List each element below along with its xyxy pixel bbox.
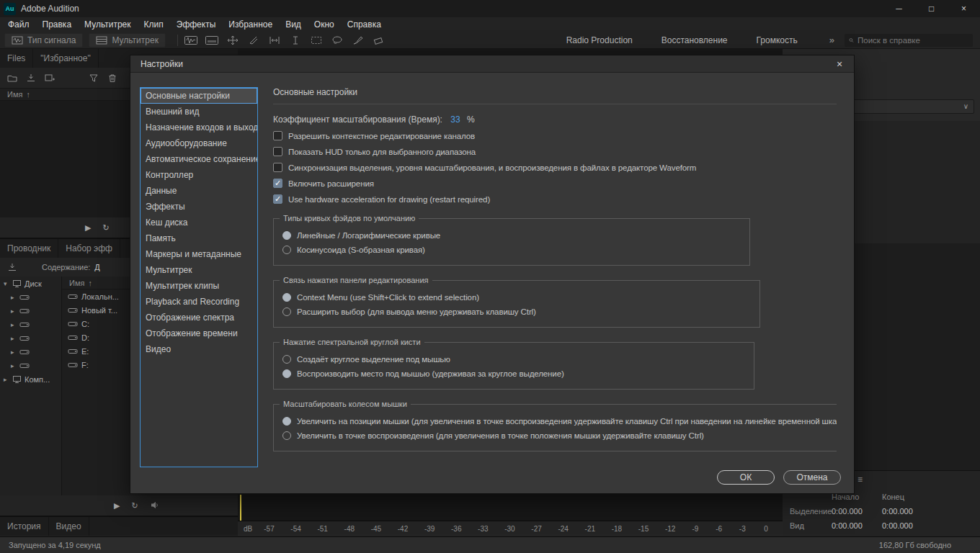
dialog-close-button[interactable]: × xyxy=(825,55,854,73)
collapsed-icon[interactable]: ▸ xyxy=(11,294,17,301)
filter-icon[interactable] xyxy=(89,73,99,82)
paintbrush-selection-tool-icon[interactable] xyxy=(351,35,365,46)
workspace-tab[interactable]: Radio Production xyxy=(552,35,647,45)
preferences-category-item[interactable]: Автоматическое сохранение xyxy=(141,151,257,167)
maximize-button[interactable]: □ xyxy=(915,0,948,17)
radio-option[interactable]: Увеличить на позиции мышки (для увеличен… xyxy=(282,417,833,426)
preferences-category-item[interactable]: Playback and Recording xyxy=(141,294,257,310)
checkbox[interactable] xyxy=(273,194,282,204)
collapsed-icon[interactable]: ▸ xyxy=(11,335,17,342)
preferences-category-item[interactable]: Контроллер xyxy=(141,167,257,183)
workspace-tab[interactable]: Восстановление xyxy=(647,35,742,45)
tree-drive-row[interactable]: ▸ xyxy=(0,318,61,331)
import-file-icon[interactable] xyxy=(7,263,17,271)
play-icon[interactable]: ▶ xyxy=(114,501,120,511)
panel-tab[interactable]: Набор эфф ≡ xyxy=(58,239,120,258)
collapsed-icon[interactable]: ▸ xyxy=(11,307,17,315)
panel-menu-icon[interactable]: ≡ xyxy=(858,475,863,485)
import-file-icon[interactable] xyxy=(26,73,36,82)
cancel-button[interactable]: Отмена xyxy=(783,470,841,485)
tree-drive-row[interactable]: ▸ xyxy=(0,304,61,318)
radio-button[interactable] xyxy=(282,355,291,364)
menu-item[interactable]: Эффекты xyxy=(170,17,223,32)
waveform-view-button[interactable]: Тип сигнала xyxy=(4,33,83,48)
collapsed-icon[interactable]: ▸ xyxy=(11,321,17,328)
loop-icon[interactable]: ↻ xyxy=(131,501,138,511)
menu-item[interactable]: Клип xyxy=(138,17,170,32)
checkbox-row[interactable]: Разрешить контекстное редактирование кан… xyxy=(273,131,837,140)
workspace-overflow-button[interactable]: » xyxy=(829,35,834,45)
menu-item[interactable]: Вид xyxy=(279,17,308,32)
new-container-icon[interactable] xyxy=(45,73,55,82)
time-start-value[interactable]: 0:00.000 xyxy=(832,521,882,530)
waveform-display-icon[interactable] xyxy=(184,35,198,46)
time-selection-tool-icon[interactable] xyxy=(288,35,303,46)
radio-button[interactable] xyxy=(282,417,291,426)
close-button[interactable]: × xyxy=(948,0,980,17)
preferences-category-item[interactable]: Маркеры и метаданные xyxy=(141,246,257,262)
lasso-selection-tool-icon[interactable] xyxy=(330,35,344,46)
help-search-box[interactable] xyxy=(845,34,973,47)
checkbox-row[interactable]: Включить расширения xyxy=(273,179,837,188)
menu-item[interactable]: Окно xyxy=(308,17,341,32)
loop-icon[interactable]: ↻ xyxy=(102,223,109,233)
play-icon[interactable]: ▶ xyxy=(85,223,91,233)
menu-item[interactable]: Мультитрек xyxy=(78,17,137,32)
preferences-category-item[interactable]: Внешний вид xyxy=(141,104,257,120)
collapsed-icon[interactable]: ▸ xyxy=(4,376,9,383)
tree-drive-row[interactable]: ▸ xyxy=(0,290,61,304)
collapsed-icon[interactable]: ▸ xyxy=(11,349,17,356)
tree-drive-row[interactable]: ▸ xyxy=(0,345,61,359)
contents-dropdown[interactable]: Д xyxy=(94,263,99,271)
move-tool-icon[interactable] xyxy=(226,35,240,46)
preferences-category-item[interactable]: Эффекты xyxy=(141,199,257,215)
radio-button[interactable] xyxy=(282,293,291,302)
razor-tool-icon[interactable] xyxy=(246,35,261,46)
spectral-display-icon[interactable] xyxy=(205,35,219,46)
open-folder-icon[interactable] xyxy=(7,73,17,82)
preferences-category-item[interactable]: Видео xyxy=(141,341,257,357)
time-start-value[interactable]: 0:00.000 xyxy=(832,507,882,516)
checkbox-row[interactable]: Показать HUD только для выбранного диапа… xyxy=(273,147,837,156)
ok-button[interactable]: ОК xyxy=(717,470,775,485)
panel-tab[interactable]: Files ≡ xyxy=(0,49,33,68)
preferences-category-item[interactable]: Отображение времени xyxy=(141,325,257,341)
radio-button[interactable] xyxy=(282,246,291,254)
minimize-button[interactable]: ─ xyxy=(883,0,915,17)
radio-option[interactable]: Линейные / Логарифмические кривые xyxy=(282,231,741,240)
trash-icon[interactable] xyxy=(107,73,117,83)
preferences-category-item[interactable]: Память xyxy=(141,230,257,246)
expanded-icon[interactable]: ▾ xyxy=(4,280,9,287)
dialog-titlebar[interactable]: Настройки × xyxy=(130,55,854,73)
multitrack-view-button[interactable]: Мультитрек xyxy=(89,33,165,48)
zoom-factor-value[interactable]: 33 xyxy=(450,114,460,125)
checkbox[interactable] xyxy=(273,147,282,156)
radio-button[interactable] xyxy=(282,431,291,440)
collapsed-icon[interactable]: ▸ xyxy=(11,362,17,369)
drive-tree[interactable]: ▾ Диск ▸ ▸ xyxy=(0,276,62,495)
radio-option[interactable]: Увеличить в точке воспроизведения (для у… xyxy=(282,431,833,440)
preferences-category-item[interactable]: Мультитрек клипы xyxy=(141,278,257,294)
radio-option[interactable]: Создаёт круглое выделение под мышью xyxy=(282,355,745,364)
panel-tab[interactable]: Видео ≡ xyxy=(49,517,89,536)
tree-root-row[interactable]: ▾ Диск xyxy=(0,276,61,290)
panel-tab[interactable]: Проводник ≡ xyxy=(0,239,58,258)
radio-option[interactable]: Расширить выбор (для вывода меню удержив… xyxy=(282,307,751,316)
radio-button[interactable] xyxy=(282,307,291,316)
checkbox[interactable] xyxy=(273,179,282,188)
time-end-value[interactable]: 0:00.000 xyxy=(882,507,932,516)
slip-tool-icon[interactable] xyxy=(267,35,282,46)
workspace-tab[interactable]: Громкость xyxy=(742,35,812,45)
preferences-category-item[interactable]: Данные xyxy=(141,183,257,199)
checkbox[interactable] xyxy=(273,131,282,140)
menu-item[interactable]: Справка xyxy=(341,17,388,32)
preferences-category-item[interactable]: Аудиооборудование xyxy=(141,135,257,151)
tree-drive-row[interactable]: ▸ xyxy=(0,359,61,372)
panel-tab[interactable]: История ≡ xyxy=(0,517,49,536)
preferences-category-list[interactable]: Основные настройкиВнешний видНазначение … xyxy=(140,87,258,467)
radio-option[interactable]: Context Menu (use Shift+Click to extend … xyxy=(282,293,751,302)
speaker-icon[interactable] xyxy=(150,500,159,511)
tree-computer-row[interactable]: ▸ Комп... xyxy=(0,372,61,386)
radio-option[interactable]: Воспроизводить место под мышью (удержива… xyxy=(282,369,745,378)
marquee-selection-tool-icon[interactable] xyxy=(309,35,324,46)
